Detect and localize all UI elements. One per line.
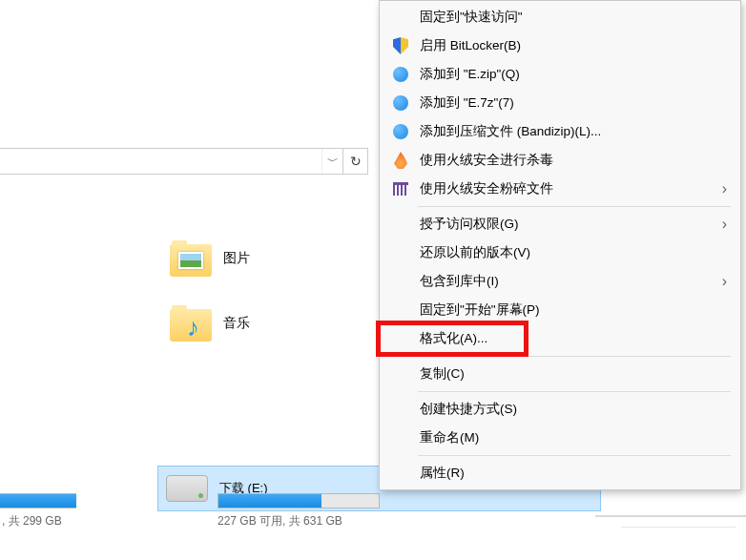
separator (418, 391, 731, 392)
ctx-grant-access[interactable]: 授予访问权限(G) (382, 210, 738, 239)
ctx-label: 授予访问权限(G) (420, 216, 519, 233)
drive-capacity-partial: , 共 299 GB (2, 513, 62, 529)
folder-music[interactable]: ♪ 音乐 (170, 305, 250, 342)
address-dropdown[interactable]: ﹀ (321, 149, 342, 174)
shadow-line (621, 527, 736, 528)
ctx-add-to-archive[interactable]: 添加到压缩文件 (Bandizip)(L)... (382, 117, 738, 146)
ctx-enable-bitlocker[interactable]: 启用 BitLocker(B) (382, 31, 738, 60)
drive-usage-bar-partial (0, 493, 76, 508)
ctx-label: 创建快捷方式(S) (420, 401, 517, 418)
ctx-label: 启用 BitLocker(B) (420, 37, 521, 54)
ctx-huorong-scan[interactable]: 使用火绒安全进行杀毒 (382, 146, 738, 175)
ctx-label: 复制(C) (420, 365, 465, 383)
ctx-include-library[interactable]: 包含到库中(I) (382, 267, 738, 296)
folder-label: 音乐 (223, 315, 250, 332)
bandizip-icon (391, 65, 410, 84)
ctx-create-shortcut[interactable]: 创建快捷方式(S) (382, 395, 738, 424)
ctx-label: 格式化(A)... (420, 330, 487, 347)
separator (418, 455, 731, 456)
ctx-label: 重命名(M) (420, 429, 479, 446)
ctx-add-to-zip[interactable]: 添加到 "E.zip"(Q) (382, 60, 738, 89)
drive-usage-bar (218, 493, 380, 508)
ctx-label: 添加到压缩文件 (Bandizip)(L)... (420, 123, 601, 140)
ctx-restore-previous[interactable]: 还原以前的版本(V) (382, 239, 738, 267)
bandizip-icon (391, 122, 410, 141)
shield-icon (391, 36, 410, 55)
ctx-label: 属性(R) (420, 465, 465, 482)
ctx-label: 使用火绒安全粉碎文件 (420, 180, 553, 197)
ctx-label: 添加到 "E.7z"(7) (420, 94, 514, 112)
ctx-copy[interactable]: 复制(C) (382, 360, 738, 388)
ctx-format[interactable]: 格式化(A)... (382, 324, 738, 353)
hdd-icon (166, 475, 208, 502)
folder-pictures[interactable]: 图片 (170, 240, 250, 277)
ctx-pin-quick-access[interactable]: 固定到"快速访问" (382, 3, 738, 31)
chevron-down-icon: ﹀ (327, 154, 339, 170)
ctx-huorong-shred[interactable]: 使用火绒安全粉碎文件 (382, 175, 738, 203)
refresh-icon: ↻ (350, 154, 362, 169)
folder-icon: ♪ (170, 305, 212, 342)
ctx-label: 固定到"快速访问" (420, 9, 523, 26)
flame-icon (391, 151, 410, 170)
drive-usage-fill (218, 494, 321, 508)
music-note-icon: ♪ (187, 313, 199, 342)
context-menu: 固定到"快速访问" 启用 BitLocker(B) 添加到 "E.zip"(Q)… (379, 0, 741, 490)
shredder-icon (391, 179, 410, 198)
ctx-label: 添加到 "E.zip"(Q) (420, 66, 520, 83)
ctx-add-to-7z[interactable]: 添加到 "E.7z"(7) (382, 89, 738, 117)
bandizip-icon (391, 93, 410, 113)
folder-icon (170, 240, 212, 277)
drive-subtext: 227 GB 可用, 共 631 GB (218, 513, 342, 529)
separator (418, 206, 731, 207)
ctx-label: 使用火绒安全进行杀毒 (420, 152, 553, 169)
ctx-label: 固定到"开始"屏幕(P) (420, 301, 540, 319)
ctx-properties[interactable]: 属性(R) (382, 459, 738, 487)
address-bar[interactable]: ﹀ ↻ (0, 148, 368, 175)
refresh-button[interactable]: ↻ (342, 149, 367, 174)
shadow-line (595, 515, 746, 517)
picture-thumb-icon (178, 252, 203, 269)
folder-label: 图片 (223, 250, 250, 267)
ctx-rename[interactable]: 重命名(M) (382, 424, 738, 452)
ctx-pin-start[interactable]: 固定到"开始"屏幕(P) (382, 296, 738, 324)
separator (418, 356, 731, 357)
ctx-label: 包含到库中(I) (420, 273, 499, 290)
ctx-label: 还原以前的版本(V) (420, 244, 530, 261)
